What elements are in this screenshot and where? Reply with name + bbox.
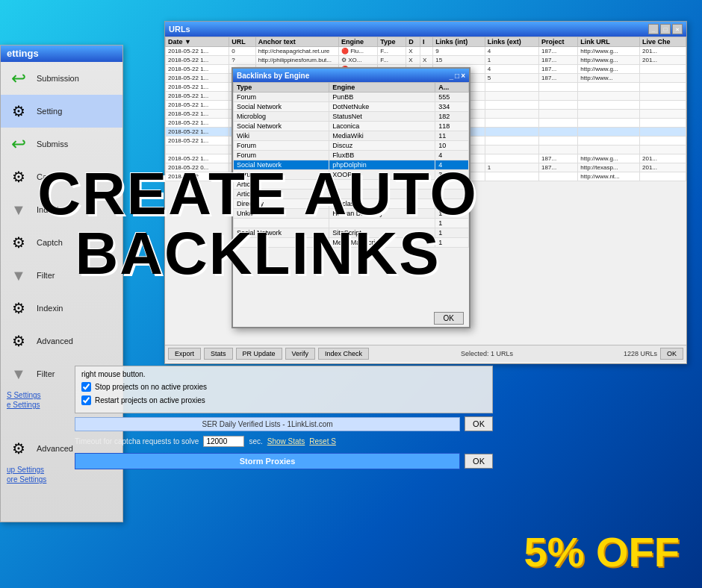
close-button[interactable]: ×	[672, 24, 683, 34]
bl-row[interactable]: UnknownHuman Directory1	[234, 209, 469, 219]
col-anchor[interactable]: Anchor text	[255, 37, 338, 47]
stats-button[interactable]: Stats	[204, 348, 233, 360]
backlinks-close[interactable]: ×	[461, 72, 465, 80]
filter-icon-3: ▼	[7, 362, 31, 386]
backlinks-title: Backlinks by Engine	[237, 72, 309, 80]
sidebar-label-advanced2: Advanced	[37, 444, 73, 453]
bl-row-selected[interactable]: Social NetworkphpDolphin4	[234, 160, 469, 170]
bl-row[interactable]: MicroblogStatusNet182	[234, 112, 469, 122]
discount-text: 5% OFF	[524, 531, 680, 573]
bl-row[interactable]: Social NetworkSiteScript1	[234, 228, 469, 238]
col-date[interactable]: Date ▼	[166, 37, 229, 47]
captcha-input[interactable]	[203, 436, 244, 447]
reset-link[interactable]: Reset S	[309, 437, 336, 445]
col-live-che[interactable]: Live Che	[639, 37, 686, 47]
proxy-ok-button[interactable]: OK	[465, 454, 493, 469]
bl-col-type[interactable]: Type	[234, 83, 329, 93]
index-check-button[interactable]: Index Check	[318, 348, 369, 360]
url-window-title: URLs	[169, 25, 190, 34]
verify-button[interactable]: Verify	[285, 348, 316, 360]
backlinks-window: Backlinks by Engine _ □ × Type Engine A.…	[232, 67, 470, 328]
export-button[interactable]: Export	[168, 348, 201, 360]
sidebar-label-filter: Filter	[37, 271, 55, 280]
backlinks-titlebar: Backlinks by Engine _ □ ×	[233, 69, 469, 82]
table-row[interactable]: 2018-05-22 1...?http://philippinesforum.…	[166, 56, 686, 65]
minimize-button[interactable]: _	[648, 24, 659, 34]
col-type[interactable]: Type	[378, 37, 406, 47]
gear-icon-2: ⚙	[7, 165, 31, 189]
settings-title: ettings	[1, 46, 122, 62]
show-stats-link[interactable]: Show Stats	[267, 437, 305, 445]
table-row[interactable]: 2018-05-22 1...0http://cheapagrichat.ret…	[166, 47, 686, 56]
sidebar-item-captch2[interactable]: ⚙ Captch	[1, 226, 122, 259]
bl-row[interactable]: Article2	[234, 180, 469, 190]
gear-icon-1: ⚙	[7, 99, 31, 123]
bl-row[interactable]: Social NetworkLaconica118	[234, 122, 469, 131]
sidebar-item-submission[interactable]: ↩ Submission	[1, 62, 122, 95]
backlinks-ok-button[interactable]: OK	[434, 312, 464, 325]
restart-proxies-checkbox[interactable]	[81, 395, 91, 405]
ser-ok-button[interactable]: OK	[465, 416, 493, 431]
bl-col-amount[interactable]: A...	[435, 83, 469, 93]
backlinks-maximize[interactable]: □	[455, 72, 459, 80]
gear-icon-4: ⚙	[7, 296, 31, 320]
ore-settings-link[interactable]: ore Settings	[1, 475, 122, 484]
checkbox-panel: right mouse button. Stop projects on no …	[75, 366, 493, 413]
url-ok-button[interactable]: OK	[660, 348, 683, 360]
filter-icon-2: ▼	[7, 263, 31, 287]
bl-row[interactable]: ForumPunBB555	[234, 93, 469, 102]
pr-update-button[interactable]: PR Update	[236, 348, 282, 360]
restart-proxies-row[interactable]: Restart projects on active proxies	[81, 395, 486, 405]
sidebar-label-submission: Submission	[37, 74, 79, 83]
bl-row[interactable]: MediaMaxScript1	[234, 238, 469, 248]
col-url[interactable]: URL	[229, 37, 255, 47]
backlinks-table: Type Engine A... ForumPunBB555 Social Ne…	[233, 82, 469, 248]
stop-proxies-checkbox[interactable]	[81, 382, 91, 392]
sidebar-label-captch: Captch	[37, 172, 63, 181]
sidebar-label-indexin: Indexin	[37, 304, 63, 313]
bl-row[interactable]: Article2	[234, 190, 469, 199]
url-window-titlebar: URLs _ □ ×	[165, 22, 686, 37]
gear-icon-5: ⚙	[7, 329, 31, 353]
sidebar-item-captch[interactable]: ⚙ Captch	[1, 160, 122, 193]
url-window-controls[interactable]: _ □ ×	[648, 24, 683, 34]
bl-row[interactable]: DirectoryOSclass1	[234, 199, 469, 209]
sidebar-label-advanced: Advanced	[37, 337, 73, 345]
bl-row[interactable]: WikiMediaWiki11	[234, 131, 469, 141]
sidebar-item-submiss[interactable]: ↩ Submiss	[1, 128, 122, 160]
ser-bar[interactable]: SER Daily Verified Lists - 1LinkList.com	[75, 417, 460, 431]
bl-row[interactable]: ForumFluxBB4	[234, 151, 469, 160]
col-i[interactable]: I	[420, 37, 433, 47]
bl-row[interactable]: ForumXOOPS3	[234, 170, 469, 180]
col-links-int[interactable]: Links (int)	[433, 37, 485, 47]
sidebar-item-setting[interactable]: ⚙ Setting	[1, 95, 122, 128]
backlinks-minimize[interactable]: _	[450, 72, 454, 80]
storm-proxies-bar[interactable]: Storm Proxies	[75, 453, 460, 469]
proxy-settings-panel: right mouse button. Stop projects on no …	[75, 366, 493, 474]
sidebar-item-indexin[interactable]: ⚙ Indexin	[1, 292, 122, 325]
bl-row[interactable]: ForumDiscuz10	[234, 141, 469, 151]
stop-proxies-row[interactable]: Stop projects on no active proxies	[81, 382, 486, 392]
sidebar-label-submiss: Submiss	[37, 140, 68, 148]
bl-row[interactable]: Social NetworkDotNetNuke334	[234, 102, 469, 112]
col-links-ext[interactable]: Links (ext)	[485, 37, 538, 47]
url-toolbar: Export Stats PR Update Verify Index Chec…	[165, 345, 686, 362]
proxy-row: Storm Proxies OK	[75, 453, 493, 469]
bl-col-engine[interactable]: Engine	[329, 83, 435, 93]
gear-icon-3: ⚙	[7, 231, 31, 254]
sidebar-label-filter2: Filter	[37, 369, 55, 378]
col-d[interactable]: D	[406, 37, 420, 47]
col-project[interactable]: Project	[539, 37, 578, 47]
col-engine[interactable]: Engine	[338, 37, 377, 47]
col-link-url[interactable]: Link URL	[578, 37, 640, 47]
restart-proxies-label: Restart projects on active proxies	[95, 396, 205, 404]
maximize-button[interactable]: □	[660, 24, 671, 34]
discount-badge: 5% OFF	[524, 531, 680, 573]
backlinks-controls[interactable]: _ □ ×	[450, 72, 465, 80]
filter-icon-1: ▼	[7, 198, 31, 222]
sidebar-item-indexing[interactable]: ▼ Indexing	[1, 193, 122, 226]
sidebar-item-filter[interactable]: ▼ Filter	[1, 259, 122, 292]
sidebar-item-advanced[interactable]: ⚙ Advanced	[1, 325, 122, 357]
gear-icon-6: ⚙	[7, 437, 31, 460]
bl-row[interactable]: 1	[234, 219, 469, 228]
